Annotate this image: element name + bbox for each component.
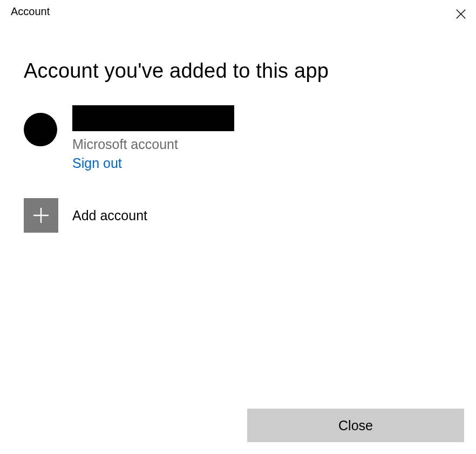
add-icon-box: [24, 198, 58, 233]
dialog-header: Account: [0, 0, 476, 23]
account-name-redacted: [72, 105, 234, 131]
sign-out-link[interactable]: Sign out: [72, 155, 234, 171]
add-account-button[interactable]: Add account: [24, 198, 452, 233]
close-button[interactable]: Close: [247, 409, 464, 442]
close-icon-button[interactable]: [452, 5, 470, 23]
close-icon: [455, 8, 467, 20]
header-title: Account: [11, 5, 50, 18]
dialog-content: Account you've added to this app Microso…: [0, 59, 476, 233]
account-row: Microsoft account Sign out: [24, 105, 452, 171]
add-account-label: Add account: [72, 208, 147, 223]
avatar: [24, 113, 57, 146]
account-info: Microsoft account Sign out: [72, 105, 234, 171]
close-button-label: Close: [338, 418, 373, 433]
plus-icon: [31, 206, 51, 225]
page-heading: Account you've added to this app: [24, 59, 452, 83]
account-type-label: Microsoft account: [72, 137, 234, 152]
